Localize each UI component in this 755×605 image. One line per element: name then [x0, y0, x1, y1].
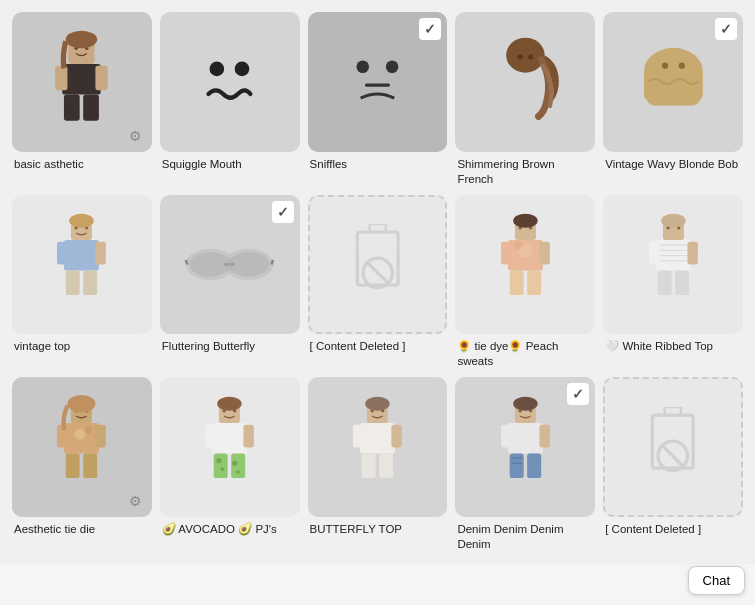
- svg-point-69: [75, 429, 85, 439]
- item-thumbnail[interactable]: [308, 195, 448, 335]
- svg-point-38: [189, 252, 231, 276]
- svg-rect-93: [353, 425, 363, 448]
- list-item[interactable]: ⚙ basic asthetic: [12, 12, 152, 187]
- svg-rect-73: [66, 453, 80, 477]
- svg-point-70: [85, 426, 92, 433]
- list-item[interactable]: Squiggle Mouth: [160, 12, 300, 187]
- svg-point-16: [517, 55, 522, 60]
- svg-point-11: [235, 62, 250, 77]
- list-item[interactable]: ⚙ Aesthetic tie die: [12, 377, 152, 552]
- svg-rect-81: [244, 425, 254, 448]
- svg-rect-6: [84, 95, 100, 121]
- svg-point-46: [514, 241, 523, 250]
- svg-rect-60: [649, 242, 659, 265]
- item-thumbnail[interactable]: ✓: [160, 195, 300, 335]
- item-label: BUTTERFLY TOP: [308, 522, 404, 537]
- svg-rect-26: [57, 242, 67, 265]
- svg-rect-104: [510, 453, 524, 477]
- svg-rect-25: [64, 240, 99, 271]
- svg-rect-14: [365, 84, 390, 87]
- item-thumbnail[interactable]: ✓: [455, 377, 595, 517]
- item-label: Vintage Wavy Blonde Bob: [603, 157, 740, 172]
- svg-rect-48: [539, 242, 549, 265]
- svg-point-13: [386, 61, 399, 74]
- item-thumbnail[interactable]: [455, 12, 595, 152]
- svg-point-77: [68, 395, 96, 412]
- item-thumbnail[interactable]: [603, 195, 743, 335]
- list-item[interactable]: ✓ Sniffles: [308, 12, 448, 187]
- list-item[interactable]: vintage top: [12, 195, 152, 370]
- item-grid: ⚙ basic asthetic Squiggle Mouth ✓ Sniffl…: [0, 0, 755, 564]
- selected-checkmark: ✓: [419, 18, 441, 40]
- svg-point-90: [217, 397, 241, 411]
- list-item[interactable]: ✓ Vintage Wavy Blonde Bob: [603, 12, 743, 187]
- svg-point-66: [661, 214, 685, 228]
- list-item[interactable]: 🌻 tie dye🌻 Peach sweats: [455, 195, 595, 370]
- svg-rect-92: [360, 423, 395, 454]
- svg-point-17: [528, 55, 533, 60]
- svg-rect-29: [84, 271, 98, 295]
- svg-rect-5: [64, 95, 80, 121]
- svg-rect-63: [675, 271, 689, 295]
- item-thumbnail[interactable]: [12, 195, 152, 335]
- svg-point-10: [210, 62, 225, 77]
- list-item[interactable]: [ Content Deleted ]: [308, 195, 448, 370]
- gear-icon[interactable]: ⚙: [126, 491, 146, 511]
- item-label: 🥑 AVOCADO 🥑 PJ's: [160, 522, 279, 537]
- svg-point-110: [513, 397, 537, 411]
- svg-rect-4: [96, 66, 108, 90]
- item-label: 🤍 White Ribbed Top: [603, 339, 715, 354]
- svg-point-87: [237, 470, 240, 473]
- item-thumbnail[interactable]: [160, 377, 300, 517]
- item-thumbnail[interactable]: ⚙: [12, 377, 152, 517]
- list-item[interactable]: [ Content Deleted ]: [603, 377, 743, 552]
- list-item[interactable]: ✓ Fluttering Butterfly: [160, 195, 300, 370]
- svg-rect-95: [362, 453, 376, 477]
- svg-point-99: [365, 397, 389, 411]
- svg-rect-27: [96, 242, 106, 265]
- item-label: Squiggle Mouth: [160, 157, 244, 172]
- selected-checkmark: ✓: [715, 18, 737, 40]
- svg-point-85: [221, 467, 224, 470]
- svg-point-12: [357, 61, 370, 74]
- list-item[interactable]: ✓ Denim Denim Denim Denim: [455, 377, 595, 552]
- list-item[interactable]: Shimmering Brown French: [455, 12, 595, 187]
- list-item[interactable]: 🤍 White Ribbed Top: [603, 195, 743, 370]
- deleted-icon: [337, 224, 418, 305]
- svg-point-53: [513, 214, 537, 228]
- svg-point-15: [506, 38, 544, 73]
- list-item[interactable]: BUTTERFLY TOP: [308, 377, 448, 552]
- gear-icon[interactable]: ⚙: [126, 126, 146, 146]
- svg-point-22: [662, 63, 668, 69]
- item-thumbnail[interactable]: ✓: [603, 12, 743, 152]
- item-thumbnail[interactable]: [160, 12, 300, 152]
- item-label: [ Content Deleted ]: [603, 522, 703, 537]
- item-thumbnail[interactable]: ⚙: [12, 12, 152, 152]
- svg-point-32: [70, 214, 94, 228]
- svg-rect-50: [527, 271, 541, 295]
- svg-point-23: [678, 63, 684, 69]
- svg-point-86: [232, 460, 237, 465]
- item-thumbnail[interactable]: [308, 377, 448, 517]
- svg-rect-72: [96, 425, 106, 448]
- chat-button[interactable]: Chat: [688, 566, 745, 595]
- svg-rect-80: [205, 425, 215, 448]
- deleted-icon: [632, 407, 713, 488]
- svg-rect-94: [391, 425, 401, 448]
- svg-rect-96: [379, 453, 393, 477]
- item-label: vintage top: [12, 339, 72, 354]
- item-label: basic asthetic: [12, 157, 86, 172]
- item-label: Denim Denim Denim Denim: [455, 522, 595, 552]
- svg-rect-49: [510, 271, 524, 295]
- item-label: Sniffles: [308, 157, 350, 172]
- list-item[interactable]: 🥑 AVOCADO 🥑 PJ's: [160, 377, 300, 552]
- item-thumbnail[interactable]: [455, 195, 595, 335]
- item-thumbnail[interactable]: [603, 377, 743, 517]
- item-label: [ Content Deleted ]: [308, 339, 408, 354]
- svg-line-113: [662, 445, 683, 466]
- svg-rect-62: [657, 271, 671, 295]
- item-label: Aesthetic tie die: [12, 522, 97, 537]
- item-thumbnail[interactable]: ✓: [308, 12, 448, 152]
- svg-rect-61: [687, 242, 697, 265]
- svg-rect-103: [539, 425, 549, 448]
